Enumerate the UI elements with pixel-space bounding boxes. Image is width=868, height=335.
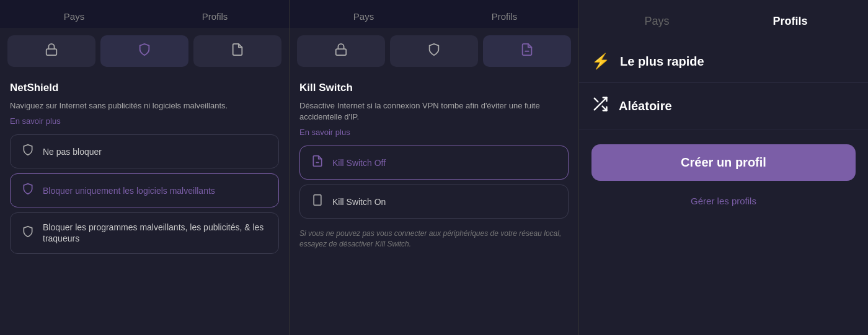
block-all-icon xyxy=(20,225,35,241)
killswitch-footnote: Si vous ne pouvez pas vous connecter aux… xyxy=(299,228,569,250)
tab-1-pays[interactable]: Pays xyxy=(5,5,143,28)
profile-item-random[interactable]: Aléatoire xyxy=(579,83,868,129)
lock-icon-btn-1[interactable] xyxy=(7,35,95,67)
panel-netshield: Pays Profils xyxy=(0,0,289,335)
svg-line-8 xyxy=(595,98,598,102)
tab-3-profils[interactable]: Profils xyxy=(725,10,856,33)
svg-rect-1 xyxy=(336,49,347,55)
tab-2-profils[interactable]: Profils xyxy=(435,5,574,28)
tab-3-pays[interactable]: Pays xyxy=(591,10,722,33)
option-block-malware[interactable]: Bloquer uniquement les logiciels malveil… xyxy=(10,173,279,207)
lock-icon-1 xyxy=(45,43,58,59)
shield-icon-2 xyxy=(427,43,441,59)
page-icon-2 xyxy=(520,43,534,59)
killswitch-learn-more[interactable]: En savoir plus xyxy=(299,128,569,137)
no-block-icon xyxy=(20,144,35,159)
create-profile-button[interactable]: Créer un profil xyxy=(591,144,856,181)
switch-off-icon xyxy=(310,155,325,170)
no-block-label: Ne pas bloquer xyxy=(43,146,102,157)
shield-icon-btn-1[interactable] xyxy=(100,35,188,67)
page-icon-1 xyxy=(231,43,244,59)
lightning-icon: ⚡ xyxy=(591,53,610,70)
profile-random-label: Aléatoire xyxy=(619,99,672,113)
panel-killswitch: Pays Profils xyxy=(290,0,578,335)
netshield-desc: Naviguez sur Internet sans publicités ni… xyxy=(10,100,279,111)
page-icon-btn-2[interactable] xyxy=(483,35,571,67)
switch-off-label: Kill Switch Off xyxy=(332,157,386,168)
netshield-title: NetShield xyxy=(10,82,279,94)
block-malware-label: Bloquer uniquement les logiciels malveil… xyxy=(43,185,215,196)
lock-icon-btn-2[interactable] xyxy=(297,35,385,67)
icon-row-1 xyxy=(0,28,289,72)
killswitch-content: Kill Switch Désactive Internet si la con… xyxy=(290,72,578,335)
tab-bar-2: Pays Profils xyxy=(290,0,578,28)
killswitch-title: Kill Switch xyxy=(299,82,569,94)
profile-item-fastest[interactable]: ⚡ Le plus rapide xyxy=(579,40,868,83)
switch-on-icon xyxy=(310,194,325,209)
block-malware-icon xyxy=(20,183,35,198)
netshield-content: NetShield Naviguez sur Internet sans pub… xyxy=(0,72,289,335)
option-no-block[interactable]: Ne pas bloquer xyxy=(10,134,279,168)
svg-rect-0 xyxy=(46,49,57,55)
option-switch-on[interactable]: Kill Switch On xyxy=(299,185,569,219)
killswitch-desc: Désactive Internet si la connexion VPN t… xyxy=(299,100,569,123)
tab-bar-3: Pays Profils xyxy=(579,0,868,40)
svg-rect-4 xyxy=(314,195,321,206)
shuffle-icon xyxy=(591,95,609,116)
icon-row-2 xyxy=(290,28,578,72)
option-block-all[interactable]: Bloquer les programmes malveillants, les… xyxy=(10,212,279,253)
netshield-learn-more[interactable]: En savoir plus xyxy=(10,116,279,126)
switch-on-label: Kill Switch On xyxy=(332,196,386,207)
profile-fastest-label: Le plus rapide xyxy=(620,54,704,69)
shield-icon-1 xyxy=(138,43,151,59)
tab-2-pays[interactable]: Pays xyxy=(294,5,433,28)
tab-bar-1: Pays Profils xyxy=(0,0,289,28)
panels-container: Pays Profils xyxy=(0,0,868,335)
lock-icon-2 xyxy=(334,43,348,59)
shield-icon-btn-2[interactable] xyxy=(390,35,478,67)
block-all-label: Bloquer les programmes malveillants, les… xyxy=(43,222,268,244)
tab-1-profils[interactable]: Profils xyxy=(146,5,284,28)
option-switch-off[interactable]: Kill Switch Off xyxy=(299,146,569,180)
page-icon-btn-1[interactable] xyxy=(193,35,281,67)
panel-profils: Pays Profils ⚡ Le plus rapide Aléatoire xyxy=(579,0,868,335)
manage-profiles-link[interactable]: Gérer les profils xyxy=(579,191,868,211)
